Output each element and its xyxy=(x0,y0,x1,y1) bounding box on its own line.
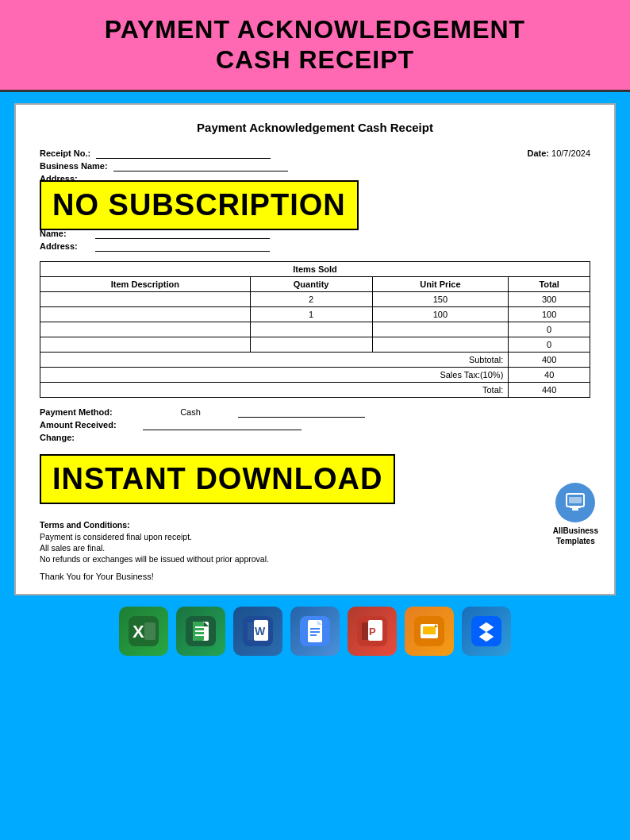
svg-text:P: P xyxy=(369,626,376,638)
branding-logo xyxy=(555,483,595,522)
excel-icon[interactable]: X xyxy=(119,607,168,656)
thank-you-text: Thank You for Your Business! xyxy=(40,572,590,581)
payment-method-row: Payment Method: Cash xyxy=(40,407,590,418)
svg-rect-10 xyxy=(195,626,206,628)
svg-rect-1 xyxy=(569,497,582,503)
tax-row: Sales Tax:(10%) 40 xyxy=(40,367,590,382)
receipt-info-row: Receipt No.: Date: 10/7/2024 xyxy=(40,148,590,159)
col-quantity: Quantity xyxy=(250,276,372,291)
amount-received-row: Amount Received: xyxy=(40,420,590,430)
svg-rect-23 xyxy=(310,634,317,636)
dropbox-icon[interactable] xyxy=(462,607,511,656)
instant-download-banner[interactable]: INSTANT DOWNLOAD xyxy=(40,454,395,504)
change-row: Change: xyxy=(40,433,590,442)
word-icon[interactable]: W xyxy=(233,607,282,656)
google-sheets-icon[interactable] xyxy=(176,607,225,656)
date-field: Date: 10/7/2024 xyxy=(527,148,590,159)
payment-section: Payment Method: Cash Amount Received: Ch… xyxy=(40,407,590,442)
footer-icons-row: X W xyxy=(0,607,630,659)
no-subscription-banner: NO SUBSCRIPTION xyxy=(40,180,359,230)
table-row: 0 xyxy=(40,337,590,352)
col-unit-price: Unit Price xyxy=(372,276,509,291)
google-slides-icon[interactable] xyxy=(405,607,454,656)
col-description: Item Description xyxy=(40,276,251,291)
items-section-header: Items Sold xyxy=(40,261,590,276)
document-container: Payment Acknowledgement Cash Receipt Rec… xyxy=(14,103,616,595)
svg-rect-6 xyxy=(144,622,156,640)
powerpoint-icon[interactable]: P xyxy=(348,607,397,656)
receipt-no-field: Receipt No.: xyxy=(40,148,271,159)
col-total: Total xyxy=(509,276,590,291)
svg-text:W: W xyxy=(255,625,266,638)
subtotal-row: Subtotal: 400 xyxy=(40,352,590,367)
branding-block: AllBusiness Templates xyxy=(553,483,598,546)
page-title: PAYMENT ACKNOWLEDGEMENT CASH RECEIPT xyxy=(16,14,614,75)
svg-rect-2 xyxy=(572,508,578,511)
svg-rect-22 xyxy=(310,631,320,633)
items-table: Items Sold Item Description Quantity Uni… xyxy=(40,261,590,398)
svg-rect-3 xyxy=(570,507,581,508)
svg-rect-21 xyxy=(310,628,320,630)
business-name-field: Business Name: xyxy=(40,161,590,171)
document-title: Payment Acknowledgement Cash Receipt xyxy=(40,121,590,134)
table-header-row: Item Description Quantity Unit Price Tot… xyxy=(40,276,590,291)
terms-section: Terms and Conditions: Payment is conside… xyxy=(40,520,590,564)
svg-text:X: X xyxy=(133,622,144,642)
svg-rect-11 xyxy=(195,630,206,632)
table-row: 2 150 300 xyxy=(40,291,590,306)
table-row: 0 xyxy=(40,322,590,337)
google-docs-icon[interactable] xyxy=(290,607,340,656)
customer-address-row: Address: xyxy=(40,241,590,252)
table-row: 1 100 100 xyxy=(40,306,590,322)
page-header: PAYMENT ACKNOWLEDGEMENT CASH RECEIPT xyxy=(0,0,630,92)
svg-rect-12 xyxy=(195,634,206,636)
svg-rect-30 xyxy=(423,626,436,634)
total-row: Total: 440 xyxy=(40,382,590,397)
branding-text: AllBusiness Templates xyxy=(553,526,598,546)
